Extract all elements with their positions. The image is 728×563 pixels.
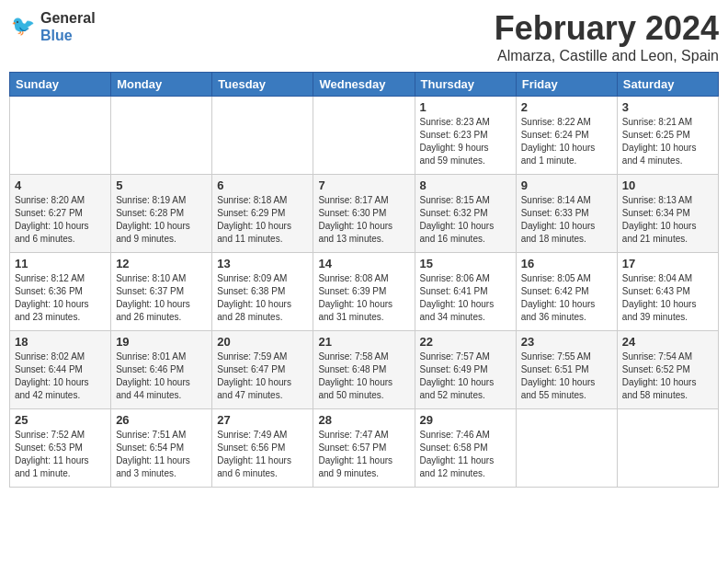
calendar-cell: 18Sunrise: 8:02 AM Sunset: 6:44 PM Dayli… [10, 331, 111, 409]
day-info: Sunrise: 7:47 AM Sunset: 6:57 PM Dayligh… [318, 429, 409, 480]
day-number: 3 [622, 100, 713, 114]
day-number: 14 [318, 257, 409, 270]
day-number: 10 [622, 178, 713, 192]
calendar-cell: 12Sunrise: 8:10 AM Sunset: 6:37 PM Dayli… [111, 253, 212, 331]
calendar-cell: 15Sunrise: 8:06 AM Sunset: 6:41 PM Dayli… [415, 253, 516, 331]
calendar-cell [10, 97, 111, 175]
day-number: 2 [521, 100, 612, 114]
logo-name: General Blue [40, 9, 96, 44]
day-number: 16 [521, 257, 612, 270]
day-info: Sunrise: 8:01 AM Sunset: 6:46 PM Dayligh… [116, 350, 207, 402]
day-number: 27 [217, 413, 308, 427]
calendar-cell: 10Sunrise: 8:13 AM Sunset: 6:34 PM Dayli… [617, 175, 718, 253]
calendar-cell: 26Sunrise: 7:51 AM Sunset: 6:54 PM Dayli… [111, 409, 212, 488]
calendar-cell [313, 97, 415, 175]
day-number: 19 [116, 335, 207, 349]
calendar-cell: 16Sunrise: 8:05 AM Sunset: 6:42 PM Dayli… [516, 253, 617, 331]
calendar-cell: 24Sunrise: 7:54 AM Sunset: 6:52 PM Dayli… [617, 331, 718, 409]
day-number: 8 [420, 178, 511, 192]
day-header-saturday: Saturday [617, 73, 718, 97]
day-number: 21 [318, 335, 409, 349]
day-number: 28 [318, 413, 409, 427]
calendar-cell: 7Sunrise: 8:17 AM Sunset: 6:30 PM Daylig… [313, 175, 415, 253]
day-info: Sunrise: 7:46 AM Sunset: 6:58 PM Dayligh… [420, 429, 511, 480]
day-info: Sunrise: 7:52 AM Sunset: 6:53 PM Dayligh… [15, 429, 106, 480]
calendar-cell: 1Sunrise: 8:23 AM Sunset: 6:23 PM Daylig… [415, 97, 516, 175]
calendar-cell [617, 409, 718, 488]
calendar-cell: 23Sunrise: 7:55 AM Sunset: 6:51 PM Dayli… [516, 331, 617, 409]
calendar-cell: 3Sunrise: 8:21 AM Sunset: 6:25 PM Daylig… [617, 97, 718, 175]
day-info: Sunrise: 8:14 AM Sunset: 6:33 PM Dayligh… [521, 194, 612, 246]
day-header-monday: Monday [111, 73, 212, 97]
calendar-subtitle: Almarza, Castille and Leon, Spain [495, 48, 719, 64]
day-header-tuesday: Tuesday [212, 73, 313, 97]
day-number: 23 [521, 335, 612, 349]
calendar-cell: 17Sunrise: 8:04 AM Sunset: 6:43 PM Dayli… [617, 253, 718, 331]
logo: 🐦 General Blue [9, 9, 96, 44]
day-number: 9 [521, 178, 612, 192]
calendar-cell: 4Sunrise: 8:20 AM Sunset: 6:27 PM Daylig… [10, 175, 111, 253]
calendar-cell [111, 97, 212, 175]
calendar-cell: 8Sunrise: 8:15 AM Sunset: 6:32 PM Daylig… [415, 175, 516, 253]
title-block: February 2024 Almarza, Castille and Leon… [495, 9, 719, 64]
day-number: 18 [15, 335, 106, 349]
day-info: Sunrise: 7:55 AM Sunset: 6:51 PM Dayligh… [521, 350, 612, 402]
calendar-cell: 20Sunrise: 7:59 AM Sunset: 6:47 PM Dayli… [212, 331, 313, 409]
day-number: 12 [116, 257, 207, 270]
calendar-cell: 13Sunrise: 8:09 AM Sunset: 6:38 PM Dayli… [212, 253, 313, 331]
calendar-week-4: 25Sunrise: 7:52 AM Sunset: 6:53 PM Dayli… [10, 409, 719, 488]
calendar-cell [212, 97, 313, 175]
day-info: Sunrise: 7:57 AM Sunset: 6:49 PM Dayligh… [420, 350, 511, 402]
day-number: 6 [217, 178, 308, 192]
day-header-sunday: Sunday [10, 73, 111, 97]
calendar-title: February 2024 [495, 9, 719, 48]
day-number: 4 [15, 178, 106, 192]
day-info: Sunrise: 8:08 AM Sunset: 6:39 PM Dayligh… [318, 272, 409, 324]
day-number: 26 [116, 413, 207, 427]
calendar-body: 1Sunrise: 8:23 AM Sunset: 6:23 PM Daylig… [10, 97, 719, 488]
logo-icon: 🐦 [9, 13, 37, 40]
day-number: 29 [420, 413, 511, 427]
calendar-cell: 22Sunrise: 7:57 AM Sunset: 6:49 PM Dayli… [415, 331, 516, 409]
calendar-cell: 21Sunrise: 7:58 AM Sunset: 6:48 PM Dayli… [313, 331, 415, 409]
calendar-cell: 11Sunrise: 8:12 AM Sunset: 6:36 PM Dayli… [10, 253, 111, 331]
day-number: 25 [15, 413, 106, 427]
calendar-cell: 9Sunrise: 8:14 AM Sunset: 6:33 PM Daylig… [516, 175, 617, 253]
day-number: 5 [116, 178, 207, 192]
svg-text:🐦: 🐦 [11, 14, 36, 38]
day-number: 13 [217, 257, 308, 270]
day-info: Sunrise: 8:18 AM Sunset: 6:29 PM Dayligh… [217, 194, 308, 246]
calendar-cell: 19Sunrise: 8:01 AM Sunset: 6:46 PM Dayli… [111, 331, 212, 409]
day-info: Sunrise: 8:19 AM Sunset: 6:28 PM Dayligh… [116, 194, 207, 246]
calendar-cell: 6Sunrise: 8:18 AM Sunset: 6:29 PM Daylig… [212, 175, 313, 253]
day-number: 11 [15, 257, 106, 270]
calendar-week-1: 4Sunrise: 8:20 AM Sunset: 6:27 PM Daylig… [10, 175, 719, 253]
day-info: Sunrise: 8:15 AM Sunset: 6:32 PM Dayligh… [420, 194, 511, 246]
calendar-cell: 5Sunrise: 8:19 AM Sunset: 6:28 PM Daylig… [111, 175, 212, 253]
calendar-week-0: 1Sunrise: 8:23 AM Sunset: 6:23 PM Daylig… [10, 97, 719, 175]
day-info: Sunrise: 7:58 AM Sunset: 6:48 PM Dayligh… [318, 350, 409, 402]
day-info: Sunrise: 8:17 AM Sunset: 6:30 PM Dayligh… [318, 194, 409, 246]
calendar-week-3: 18Sunrise: 8:02 AM Sunset: 6:44 PM Dayli… [10, 331, 719, 409]
calendar-cell: 29Sunrise: 7:46 AM Sunset: 6:58 PM Dayli… [415, 409, 516, 488]
day-number: 7 [318, 178, 409, 192]
day-info: Sunrise: 8:22 AM Sunset: 6:24 PM Dayligh… [521, 116, 612, 167]
day-info: Sunrise: 8:20 AM Sunset: 6:27 PM Dayligh… [15, 194, 106, 246]
calendar-cell: 27Sunrise: 7:49 AM Sunset: 6:56 PM Dayli… [212, 409, 313, 488]
day-info: Sunrise: 7:49 AM Sunset: 6:56 PM Dayligh… [217, 429, 308, 480]
day-info: Sunrise: 8:04 AM Sunset: 6:43 PM Dayligh… [622, 272, 713, 324]
calendar-week-2: 11Sunrise: 8:12 AM Sunset: 6:36 PM Dayli… [10, 253, 719, 331]
day-info: Sunrise: 7:51 AM Sunset: 6:54 PM Dayligh… [116, 429, 207, 480]
calendar-table: SundayMondayTuesdayWednesdayThursdayFrid… [9, 72, 719, 488]
day-info: Sunrise: 8:21 AM Sunset: 6:25 PM Dayligh… [622, 116, 713, 167]
day-header-wednesday: Wednesday [313, 73, 415, 97]
day-number: 1 [420, 100, 511, 114]
day-number: 20 [217, 335, 308, 349]
calendar-cell: 25Sunrise: 7:52 AM Sunset: 6:53 PM Dayli… [10, 409, 111, 488]
calendar-cell: 2Sunrise: 8:22 AM Sunset: 6:24 PM Daylig… [516, 97, 617, 175]
day-number: 15 [420, 257, 511, 270]
day-number: 22 [420, 335, 511, 349]
day-info: Sunrise: 8:12 AM Sunset: 6:36 PM Dayligh… [15, 272, 106, 324]
day-number: 17 [622, 257, 713, 270]
day-info: Sunrise: 7:54 AM Sunset: 6:52 PM Dayligh… [622, 350, 713, 402]
